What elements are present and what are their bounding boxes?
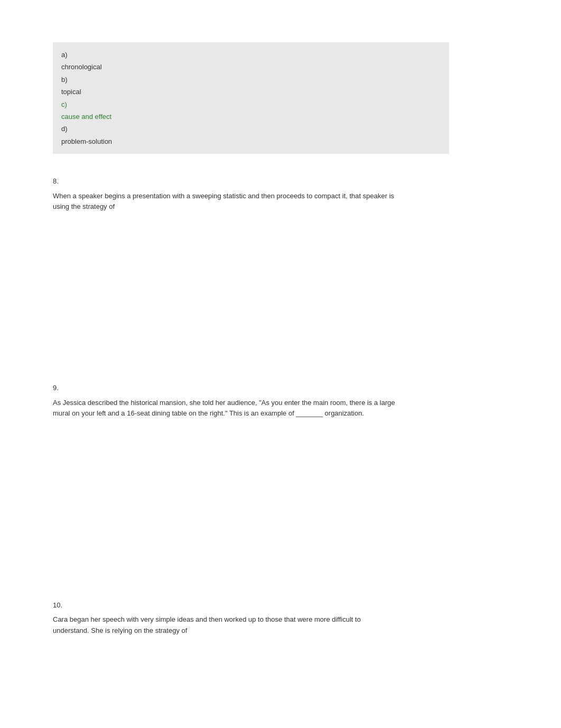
question-9-text: As Jessica described the historical mans… [53,398,396,420]
question-9: 9. As Jessica described the historical m… [53,382,508,419]
question-10-text: Cara began her speech with very simple i… [53,614,396,637]
option-c-label: c) [61,98,441,110]
question-9-number: 9. [53,382,508,394]
option-d-value: problem-solution [61,135,441,148]
question-8-number: 8. [53,175,508,187]
option-c-value: cause and effect [61,110,441,123]
question-9-answer-space [53,440,508,599]
answer-block: a) chronological b) topical c) cause and… [53,42,449,154]
option-d-label: d) [61,123,441,135]
question-10-number: 10. [53,599,508,611]
question-8: 8. When a speaker begins a presentation … [53,164,508,213]
question-8-text: When a speaker begins a presentation wit… [53,191,396,213]
option-b-value: topical [61,86,441,98]
page-content: a) chronological b) topical c) cause and… [0,0,561,728]
option-a-label: a) [61,49,441,61]
option-a-value: chronological [61,61,441,73]
question-8-answer-space [53,234,508,382]
question-10-answer-space [53,658,508,728]
option-b-label: b) [61,73,441,86]
question-10: 10. Cara began her speech with very simp… [53,599,508,637]
